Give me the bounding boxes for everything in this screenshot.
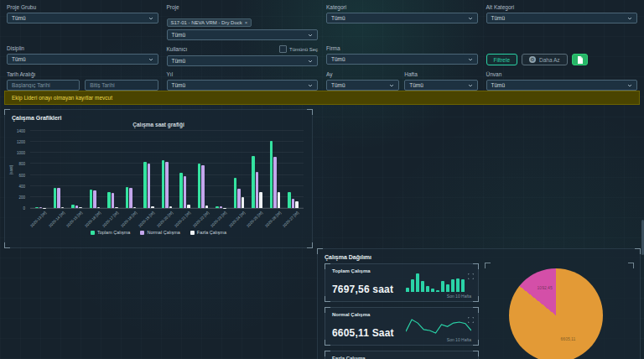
- dashboard-page: Proje Grubu Tümü Proje S17-01 - NEVA VRM…: [0, 0, 644, 359]
- bar-group: 2020-17 [W]: [107, 131, 118, 208]
- x-tick-label: 2020-17 [W]: [101, 211, 119, 228]
- bar: [216, 206, 219, 208]
- bar-group: 2020-20 [W]: [162, 131, 173, 208]
- bar: [162, 160, 165, 208]
- x-tick-label: 2020-20 [W]: [156, 211, 174, 228]
- tarih-araligi-label: Tarih Aralığı: [7, 71, 158, 77]
- daha-az-button[interactable]: ⚙Daha Az: [522, 54, 568, 65]
- bar: [165, 162, 169, 208]
- bar: [184, 176, 187, 208]
- expand-icon[interactable]: [468, 355, 474, 359]
- x-tick-label: 2020-14 [W]: [48, 211, 65, 228]
- chevron-down-icon: [148, 58, 153, 61]
- filter-alt-kategori: Alt Kategori Tümü: [486, 4, 638, 23]
- chevron-down-icon: [389, 84, 394, 87]
- gear-icon: ⚙: [529, 56, 536, 63]
- hafta-select[interactable]: Tümü: [404, 80, 477, 91]
- x-tick-label: 2020-21 [W]: [174, 211, 191, 228]
- bar: [143, 162, 147, 208]
- calisma-grafikleri-panel: Çalışma Grafikleri Çalışma saat grafiği …: [4, 109, 313, 248]
- bar: [273, 157, 277, 208]
- ay-select[interactable]: Tümü: [326, 80, 399, 91]
- chevron-down-icon: [308, 34, 313, 37]
- bar: [112, 193, 115, 208]
- bar: [93, 190, 96, 208]
- chevron-down-icon: [308, 60, 313, 63]
- alt-kategori-label: Alt Kategori: [486, 4, 638, 10]
- yil-select[interactable]: Tümü: [167, 80, 319, 91]
- bar-group: 2020-23 [W]: [216, 131, 226, 208]
- toplam-sparkbar: [406, 273, 471, 292]
- firma-select[interactable]: Tümü: [326, 54, 478, 65]
- filter-proje-grubu: Proje Grubu Tümü: [7, 4, 158, 23]
- bar-group: 2020-22 [W]: [198, 131, 209, 208]
- proje-selected-chip[interactable]: S17-01 - NEVA VRM - Dry Dock ×: [167, 18, 252, 27]
- bar: [179, 173, 183, 208]
- ay-label: Ay: [326, 71, 399, 77]
- bar-group: 2020-27 [W]: [288, 131, 299, 208]
- x-tick-label: 2020-13 [W]: [29, 211, 47, 228]
- bar: [292, 199, 295, 208]
- bar: [278, 192, 281, 208]
- filter-kategori: Kategori Tümü: [326, 4, 478, 23]
- select-all-checkbox[interactable]: Tümünü Seç: [279, 45, 318, 53]
- chevron-down-icon: [308, 84, 313, 87]
- y-tick-label: 800: [18, 162, 25, 166]
- file-export-icon: [577, 56, 583, 64]
- checkbox-icon[interactable]: [279, 45, 287, 53]
- x-tick-label: 2020-16 [W]: [84, 211, 101, 228]
- kullanici-select[interactable]: Tümü: [167, 55, 319, 66]
- bar-group: 2020-19 [W]: [143, 131, 154, 208]
- x-tick-label: 2020-15 [W]: [65, 211, 83, 228]
- filter-bar: Proje Grubu Tümü Proje S17-01 - NEVA VRM…: [7, 4, 637, 91]
- filter-firma: Firma Tümü: [326, 45, 478, 65]
- bar: [205, 206, 209, 208]
- x-tick-label: 2020-26 [W]: [264, 211, 282, 228]
- bar: [35, 207, 39, 208]
- x-tick-label: 2020-22 [W]: [192, 211, 210, 228]
- normal-calisma-card: Normal Çalışma 6605,11 Saat Son 10 Hafta: [325, 307, 479, 346]
- x-tick-label: 2020-25 [W]: [247, 211, 264, 228]
- bar: [198, 164, 201, 208]
- bitis-tarihi-input[interactable]: [85, 80, 158, 91]
- alt-kategori-select[interactable]: Tümü: [486, 13, 638, 23]
- bar: [107, 192, 111, 208]
- panel-title: Çalışma Dağılımı: [318, 249, 640, 260]
- bar-group: 2020-13 [W]: [35, 131, 46, 208]
- bar: [187, 205, 190, 208]
- chevron-down-icon: [627, 84, 632, 87]
- filtrele-button[interactable]: Filtrele: [486, 54, 518, 65]
- bar: [169, 206, 173, 208]
- bar: [151, 206, 154, 208]
- x-tick-label: 2020-18 [W]: [120, 211, 138, 228]
- x-tick-label: 2020-27 [W]: [283, 211, 300, 228]
- kategori-select[interactable]: Tümü: [326, 13, 478, 23]
- filter-unvan: Ünvan Tümü: [486, 71, 638, 91]
- panel-title: Çalışma Grafikleri: [5, 110, 312, 121]
- weekly-bar-plot: 2020-13 [W]2020-14 [W]2020-15 [W]2020-16…: [30, 131, 304, 209]
- chevron-down-icon: [468, 84, 473, 87]
- chip-close-icon[interactable]: ×: [245, 20, 248, 25]
- weekly-y-axis: 0200400600800100012001400: [7, 131, 27, 208]
- disiplin-select[interactable]: Tümü: [7, 54, 158, 65]
- bar: [133, 207, 137, 208]
- bar: [256, 172, 259, 208]
- bar-group: 2020-24 [W]: [234, 131, 245, 208]
- y-tick-label: 1400: [17, 129, 25, 133]
- pie-slice-label: 1092,45: [538, 285, 553, 290]
- calisma-pie-region: 1092,45 6605,11 Normal ÇalışmaFazla Çalı…: [486, 263, 633, 359]
- export-excel-button[interactable]: [572, 54, 588, 65]
- bar: [148, 164, 151, 208]
- filter-yil: Yıl Tümü: [167, 71, 319, 91]
- bar: [75, 206, 79, 208]
- bar: [54, 188, 57, 208]
- bar-group: 2020-25 [W]: [252, 131, 262, 208]
- filter-disiplin: Disiplin Tümü: [7, 45, 158, 65]
- bar: [115, 207, 118, 208]
- unvan-select[interactable]: Tümü: [486, 80, 638, 91]
- hafta-label: Hafta: [404, 71, 477, 77]
- baslangic-tarihi-input[interactable]: [7, 80, 80, 91]
- proje-select[interactable]: Tümü: [167, 29, 319, 40]
- proje-grubu-select[interactable]: Tümü: [7, 13, 158, 23]
- pie-slice-label: 6605,11: [561, 336, 576, 341]
